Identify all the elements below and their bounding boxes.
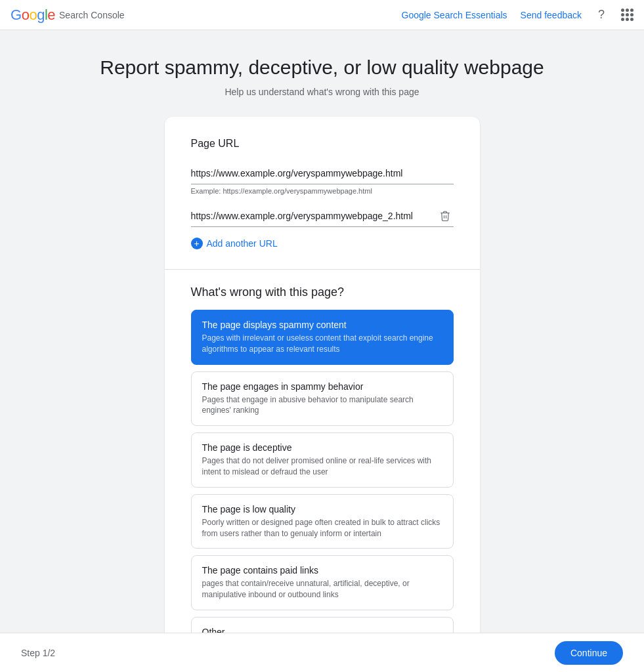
url-input-1[interactable] <box>191 163 454 184</box>
url-field-1: Example: https://example.org/veryspammyw… <box>191 163 454 195</box>
google-wordmark: Google <box>11 7 55 24</box>
page-subtitle: Help us understand what's wrong with thi… <box>225 87 419 97</box>
continue-button[interactable]: Continue <box>555 641 623 665</box>
option-spammy-behavior[interactable]: The page engages in spammy behavior Page… <box>191 371 454 427</box>
help-icon[interactable]: ? <box>595 9 608 22</box>
form-card: Page URL Example: https://example.org/ve… <box>165 117 480 672</box>
wrong-section-title: What's wrong with this page? <box>191 285 454 299</box>
header: Google Search Console Google Search Esse… <box>0 0 644 30</box>
step-label: Step 1/2 <box>21 648 55 658</box>
page-url-label: Page URL <box>191 138 454 150</box>
section-divider <box>165 269 480 270</box>
add-url-label: Add another URL <box>207 238 278 249</box>
footer: Step 1/2 Continue <box>0 633 644 672</box>
option-desc-paid-links: pages that contain/receive unnatural, ar… <box>202 578 442 600</box>
option-spammy-content[interactable]: The page displays spammy content Pages w… <box>191 310 454 365</box>
option-title-low-quality: The page is low quality <box>202 504 442 514</box>
option-desc-low-quality: Poorly written or designed page often cr… <box>202 517 442 539</box>
option-title-spammy-content: The page displays spammy content <box>202 320 442 330</box>
send-feedback-link[interactable]: Send feedback <box>521 10 582 20</box>
option-desc-spammy-behavior: Pages that engage in abusive behavior to… <box>202 394 442 417</box>
url-input-1-wrapper <box>191 163 454 184</box>
apps-icon[interactable] <box>621 9 633 21</box>
option-desc-spammy-content: Pages with irrelevant or useless content… <box>202 333 442 355</box>
option-desc-deceptive: Pages that do not deliver promised onlin… <box>202 455 442 478</box>
option-low-quality[interactable]: The page is low quality Poorly written o… <box>191 494 454 549</box>
page-title: Report spammy, deceptive, or low quality… <box>100 56 544 79</box>
header-nav: Google Search Essentials Send feedback ? <box>402 9 634 22</box>
option-title-deceptive: The page is deceptive <box>202 442 442 453</box>
logo: Google Search Console <box>11 7 125 24</box>
add-icon: + <box>191 238 203 249</box>
google-search-essentials-link[interactable]: Google Search Essentials <box>402 10 507 20</box>
trash-icon <box>439 209 451 222</box>
product-name: Search Console <box>59 10 125 20</box>
option-paid-links[interactable]: The page contains paid links pages that … <box>191 555 454 610</box>
url-example-text: Example: https://example.org/veryspammyw… <box>191 187 454 195</box>
option-title-spammy-behavior: The page engages in spammy behavior <box>202 381 442 392</box>
options-list: The page displays spammy content Pages w… <box>191 310 454 672</box>
add-url-button[interactable]: + Add another URL <box>191 238 278 249</box>
url-input-2[interactable] <box>191 205 437 226</box>
main-content: Report spammy, deceptive, or low quality… <box>0 30 644 672</box>
option-deceptive[interactable]: The page is deceptive Pages that do not … <box>191 432 454 488</box>
option-title-paid-links: The page contains paid links <box>202 565 442 576</box>
url-field-2 <box>191 205 454 227</box>
delete-url-button[interactable] <box>437 207 454 225</box>
